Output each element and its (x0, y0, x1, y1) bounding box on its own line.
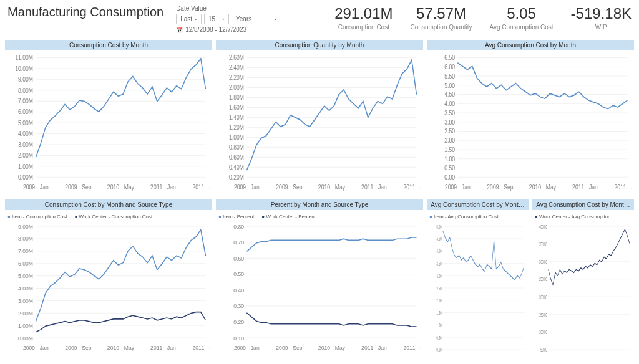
kpi-value: -519.18K (571, 5, 632, 22)
chart-cost-src[interactable]: Consumption Cost by Month and Source Typ… (5, 199, 212, 355)
svg-text:5.00: 5.00 (444, 82, 455, 89)
svg-text:6.00M: 6.00M (18, 108, 33, 116)
svg-text:2.00M: 2.00M (18, 310, 33, 317)
chart-title: Consumption Cost by Month and Source Typ… (5, 199, 212, 210)
chart-cost[interactable]: Consumption Cost by Month 0.00M1.00M2.00… (5, 40, 212, 196)
date-filter: Date.Value Last 15 Years 12/8/2008 - 12/… (176, 5, 281, 33)
svg-text:0.60M: 0.60M (229, 153, 244, 161)
svg-text:2009 - Sep: 2009 - Sep (276, 184, 302, 191)
svg-text:2010 - May: 2010 - May (529, 184, 556, 191)
chart-legend: Item - Percent Work Center - Percent (218, 213, 421, 222)
chart-title: Consumption Quantity by Month (216, 40, 423, 50)
legend-item: Work Center - Consumption Cost (75, 214, 153, 219)
date-unit-select[interactable]: Years (232, 14, 281, 24)
svg-text:1.50: 1.50 (437, 309, 442, 317)
chart-svg: 0.00M1.00M2.00M3.00M4.00M5.00M6.00M7.00M… (7, 222, 210, 354)
svg-text:1.00M: 1.00M (18, 163, 33, 170)
svg-text:8.00M: 8.00M (18, 87, 33, 94)
chart-svg: 0.20M0.40M0.60M0.80M1.00M1.20M1.40M1.60M… (218, 53, 421, 194)
chart-svg: 0.000.501.001.502.002.503.003.504.004.50… (429, 53, 632, 194)
svg-text:0.10: 0.10 (233, 335, 244, 341)
svg-text:1.50: 1.50 (444, 146, 455, 153)
svg-text:4.00M: 4.00M (18, 285, 33, 292)
svg-text:4.50: 4.50 (444, 91, 455, 98)
legend-item: Item - Avg Consumption Cost (429, 214, 499, 219)
svg-text:0.30: 0.30 (233, 303, 244, 309)
svg-text:2009 - Sep: 2009 - Sep (276, 345, 302, 351)
svg-text:3.50: 3.50 (444, 109, 455, 117)
svg-text:2009 - Jan: 2009 - Jan (234, 184, 260, 191)
svg-text:2010 - May: 2010 - May (107, 345, 135, 351)
svg-text:3.00: 3.00 (444, 118, 455, 126)
svg-text:2009 - Jan: 2009 - Jan (23, 345, 49, 351)
chart-title: Avg Consumption Cost by Month (427, 40, 634, 50)
svg-text:2010 - May: 2010 - May (318, 345, 346, 351)
chart-legend: Item - Consumption Cost Work Center - Co… (7, 213, 210, 222)
chart-svg: 0.000.501.001.502.002.503.003.504.004.50… (429, 222, 526, 354)
chart-pct-src[interactable]: Percent by Month and Source Type Item - … (216, 199, 423, 355)
svg-text:150.00: 150.00 (539, 311, 547, 318)
svg-text:4.50: 4.50 (437, 235, 442, 242)
svg-text:10.00M: 10.00M (15, 65, 33, 72)
svg-text:0.80M: 0.80M (229, 143, 244, 151)
kpi-label: WIP (571, 24, 632, 31)
svg-text:1.00: 1.00 (444, 155, 455, 163)
svg-text:1.00M: 1.00M (18, 322, 33, 328)
svg-text:2.20M: 2.20M (229, 74, 244, 82)
svg-text:1.00M: 1.00M (229, 133, 244, 141)
chart-title: Avg Consumption Cost by Mont… (427, 199, 529, 210)
svg-text:0.70: 0.70 (233, 239, 244, 246)
svg-text:2011 - Sep: 2011 - Sep (192, 345, 210, 351)
svg-text:2011 - Jan: 2011 - Jan (572, 184, 598, 191)
svg-text:0.50: 0.50 (444, 165, 455, 172)
svg-text:0.20: 0.20 (233, 319, 244, 325)
svg-text:3.00: 3.00 (437, 272, 442, 280)
svg-text:7.00M: 7.00M (18, 248, 33, 254)
chart-avg[interactable]: Avg Consumption Cost by Month 0.000.501.… (427, 40, 634, 196)
chart-title: Consumption Cost by Month (5, 40, 212, 50)
legend-item: Item - Percent (218, 214, 254, 219)
svg-text:0.40M: 0.40M (229, 163, 244, 171)
svg-text:2.50: 2.50 (444, 128, 455, 135)
svg-text:350.00: 350.00 (539, 241, 547, 248)
kpi-value: 291.01M (334, 5, 393, 22)
svg-text:3.00M: 3.00M (18, 298, 33, 304)
svg-text:2009 - Sep: 2009 - Sep (65, 184, 91, 191)
svg-text:2009 - Sep: 2009 - Sep (65, 345, 91, 351)
svg-text:2011 - Sep: 2011 - Sep (192, 184, 210, 191)
kpi-label: Avg Consumption Cost (490, 24, 554, 31)
svg-text:0.60: 0.60 (233, 255, 244, 261)
svg-text:5.00M: 5.00M (18, 273, 33, 279)
svg-text:9.00M: 9.00M (18, 223, 33, 229)
svg-text:1.20M: 1.20M (229, 124, 244, 132)
kpi-avg-cost: 5.05 Avg Consumption Cost (490, 5, 554, 31)
chart-legend: Work Center - Avg Consumption … (535, 213, 632, 222)
chart-qty[interactable]: Consumption Quantity by Month 0.20M0.40M… (216, 40, 423, 196)
svg-text:11.00M: 11.00M (15, 54, 33, 62)
chart-avg-item[interactable]: Avg Consumption Cost by Mont… Item - Avg… (427, 199, 529, 355)
svg-text:1.00: 1.00 (437, 322, 442, 329)
svg-text:2.40M: 2.40M (229, 64, 244, 72)
kpi-consumption-cost: 291.01M Consumption Cost (334, 5, 393, 31)
date-num-select[interactable]: 15 (204, 14, 229, 24)
chart-legend: Item - Avg Consumption Cost (429, 213, 526, 222)
date-range-display: 12/8/2008 - 12/7/2023 (176, 26, 281, 33)
svg-text:2.00: 2.00 (437, 297, 442, 304)
svg-text:2010 - May: 2010 - May (318, 184, 345, 191)
svg-text:250.00: 250.00 (539, 275, 547, 283)
svg-text:4.00M: 4.00M (18, 130, 33, 138)
svg-text:2011 - Jan: 2011 - Jan (361, 345, 387, 351)
svg-text:2011 - Sep: 2011 - Sep (403, 345, 421, 351)
svg-text:0.40: 0.40 (233, 287, 244, 294)
svg-text:2011 - Jan: 2011 - Jan (361, 184, 387, 191)
legend-item: Item - Consumption Cost (7, 214, 67, 219)
chart-title: Percent by Month and Source Type (216, 199, 423, 210)
svg-text:5.00: 5.00 (437, 223, 442, 231)
svg-text:1.60M: 1.60M (229, 104, 244, 112)
svg-text:0.00: 0.00 (444, 173, 455, 181)
svg-text:2011 - Sep: 2011 - Sep (403, 184, 421, 191)
kpi-label: Consumption Quantity (411, 24, 472, 31)
legend-item: Work Center - Percent (261, 214, 316, 219)
chart-avg-wc[interactable]: Avg Consumption Cost by Mont… Work Cente… (532, 199, 634, 355)
date-mode-select[interactable]: Last (176, 14, 202, 24)
